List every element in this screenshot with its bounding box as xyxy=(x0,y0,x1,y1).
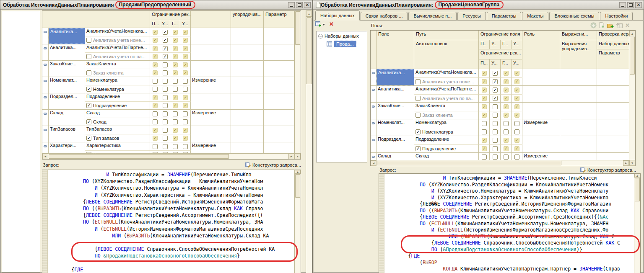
cell-restriction[interactable]: ✓ xyxy=(490,86,501,94)
checkbox-checked[interactable]: ✓ xyxy=(183,103,188,108)
scroll-up-icon[interactable]: ▲ xyxy=(306,11,312,17)
checkbox-unchecked[interactable] xyxy=(504,129,509,134)
cell-restriction[interactable] xyxy=(160,150,170,153)
cell-restriction[interactable]: ✓ xyxy=(490,77,501,86)
field-row[interactable]: Аналитика...АналитикаУчетаПоПартне...✓✓✓… xyxy=(371,86,629,103)
cell-parameter[interactable] xyxy=(597,86,629,102)
checkbox-checked[interactable]: ✓ xyxy=(183,62,188,67)
cell-restriction[interactable]: ✓ xyxy=(150,101,160,109)
cell-restriction[interactable] xyxy=(160,142,170,150)
cell-restriction[interactable]: ✓ xyxy=(501,136,512,144)
cell-role[interactable] xyxy=(522,86,560,102)
row-drag-handle[interactable] xyxy=(42,126,49,142)
checkbox-unchecked[interactable] xyxy=(183,87,188,92)
cell-path[interactable]: АналитикаУчетаПоПартне... xyxy=(85,44,150,52)
cell-parameter[interactable] xyxy=(597,69,629,85)
cell-restriction[interactable]: ✓ xyxy=(170,52,180,60)
row-drag-handle[interactable] xyxy=(371,69,377,85)
checkbox-checked[interactable]: ✓ xyxy=(504,96,509,101)
cell-path[interactable]: ТипЗапасов xyxy=(85,126,150,134)
checkbox-checked[interactable]: ✓ xyxy=(482,104,487,109)
cell-restriction[interactable]: ✓ xyxy=(160,44,170,52)
cell-restriction[interactable] xyxy=(160,101,170,109)
checkbox-checked[interactable]: ✓ xyxy=(514,138,519,143)
checkbox-unchecked[interactable] xyxy=(163,136,168,141)
cell-field[interactable]: Аналитика... xyxy=(49,44,85,60)
cell-path[interactable]: Склад xyxy=(85,110,150,118)
checkbox-checked[interactable]: ✓ xyxy=(183,128,188,133)
row-drag-handle[interactable] xyxy=(42,93,49,109)
checkbox-unchecked[interactable] xyxy=(493,155,498,160)
cell-role[interactable]: Измерение xyxy=(191,77,231,93)
cell-expression[interactable] xyxy=(231,110,264,126)
cell-restriction[interactable]: ✓ xyxy=(180,28,191,36)
cell-restriction[interactable]: ✓ xyxy=(150,52,160,60)
cell-path[interactable]: Номенклатура xyxy=(414,119,479,128)
cell-restriction[interactable] xyxy=(170,110,180,118)
checkbox-unchecked[interactable] xyxy=(163,111,168,116)
checkbox-unchecked[interactable] xyxy=(482,155,487,160)
checkbox-checked[interactable]: ✓ xyxy=(482,71,487,76)
cell-role[interactable] xyxy=(191,44,231,60)
checkbox-checked[interactable]: ✓ xyxy=(482,146,487,151)
row-drag-handle[interactable] xyxy=(371,153,377,160)
checkbox-checked[interactable]: ✓ xyxy=(173,30,178,35)
cell-expression[interactable] xyxy=(560,136,597,152)
checkbox-checked[interactable]: ✓ xyxy=(86,136,91,141)
cell-restriction[interactable] xyxy=(512,128,522,136)
checkbox-unchecked[interactable] xyxy=(153,119,158,124)
cell-autotitle[interactable]: ✓Склад xyxy=(85,118,150,126)
cell-restriction[interactable]: ✓ xyxy=(501,103,512,111)
checkbox-checked[interactable]: ✓ xyxy=(173,136,178,141)
checkbox-unchecked[interactable] xyxy=(86,38,91,43)
row-drag-handle[interactable] xyxy=(371,86,377,102)
row-drag-handle[interactable] xyxy=(42,61,49,77)
checkbox-unchecked[interactable] xyxy=(415,113,421,118)
checkbox-checked[interactable]: ✓ xyxy=(86,87,91,92)
field-row[interactable]: ТипЗапасовТипЗапасов✓✓✓✓Тип запасов✓✓✓ xyxy=(42,126,294,142)
checkbox-checked[interactable]: ✓ xyxy=(86,119,91,124)
cell-restriction[interactable]: ✓ xyxy=(180,126,191,134)
cell-restriction[interactable] xyxy=(490,128,501,136)
checkbox-checked[interactable]: ✓ xyxy=(415,129,421,134)
cell-restriction[interactable]: ✓ xyxy=(180,44,191,52)
cell-restriction[interactable]: ✓ xyxy=(170,134,180,142)
cell-path[interactable]: Склад xyxy=(414,153,479,160)
cell-role[interactable]: Измерение xyxy=(191,142,231,153)
scroll-left-icon[interactable]: ◄ xyxy=(371,160,377,166)
cell-restriction[interactable] xyxy=(490,153,501,160)
checkbox-checked[interactable]: ✓ xyxy=(482,138,487,143)
horizontal-scrollbar[interactable]: ◄ ► xyxy=(371,160,629,166)
cell-field[interactable]: Номенклат... xyxy=(377,119,414,136)
tab-1[interactable]: Наборы данных xyxy=(315,10,360,21)
tree-node-datasets[interactable]: Наборы данных xyxy=(318,33,367,39)
checkbox-checked[interactable]: ✓ xyxy=(163,54,168,59)
row-drag-handle[interactable] xyxy=(42,110,49,126)
cell-expression[interactable] xyxy=(231,142,264,153)
cell-expression[interactable] xyxy=(560,153,597,160)
row-drag-handle[interactable] xyxy=(371,103,377,119)
checkbox-checked[interactable]: ✓ xyxy=(504,79,509,84)
cell-field[interactable]: ЗаказКлие... xyxy=(49,61,85,77)
checkbox-checked[interactable]: ✓ xyxy=(183,30,188,35)
cell-role[interactable] xyxy=(522,69,560,85)
cell-parameter[interactable] xyxy=(264,93,294,109)
checkbox-unchecked[interactable] xyxy=(493,121,498,126)
cell-restriction[interactable]: ✓ xyxy=(150,69,160,77)
checkbox-unchecked[interactable] xyxy=(163,87,168,92)
tab-3[interactable]: Вычисляемые п... xyxy=(408,12,457,20)
checkbox-unchecked[interactable] xyxy=(153,79,158,84)
cell-restriction[interactable] xyxy=(170,150,180,153)
cell-restriction[interactable] xyxy=(170,142,180,150)
checkbox-unchecked[interactable] xyxy=(173,87,178,92)
checkbox-checked[interactable]: ✓ xyxy=(163,38,168,43)
checkbox-checked[interactable]: ✓ xyxy=(173,54,178,59)
collapse-icon[interactable] xyxy=(318,34,323,39)
cell-path[interactable]: Характеристика xyxy=(85,142,150,150)
checkbox-unchecked[interactable] xyxy=(163,79,168,84)
checkbox-checked[interactable]: ✓ xyxy=(173,95,178,100)
checkbox-checked[interactable]: ✓ xyxy=(153,30,158,35)
checkbox-checked[interactable]: ✓ xyxy=(173,70,178,75)
cell-path[interactable]: Подразделение xyxy=(85,93,150,101)
tab-8[interactable]: Настройки xyxy=(600,12,633,20)
